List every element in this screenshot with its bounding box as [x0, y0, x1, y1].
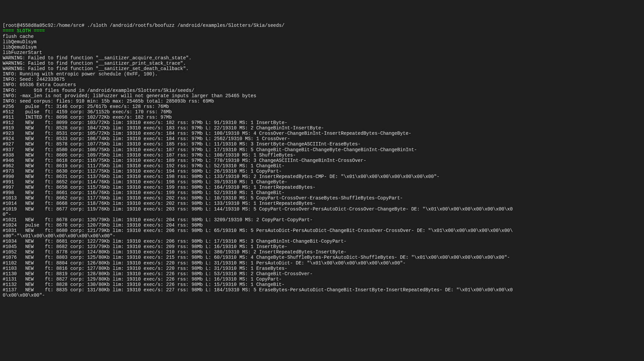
separator: :: [53, 23, 56, 28]
output-line: #1013 NEW ft: 8662 corp: 117/76Kb lim: 1…: [3, 195, 641, 201]
output-line: #1031 NEW ft: 8680 corp: 121/79Kb lim: 1…: [3, 228, 641, 233]
output-line: #924 NEW ft: 8533 corp: 106/74Kb lim: 19…: [3, 136, 641, 141]
output-line: #1137 NEW ft: 8835 corp: 131/80Kb lim: 1…: [3, 287, 641, 293]
output-line: INFO: Seed: 2442333675: [3, 77, 641, 82]
output-line: INFO: seed corpus: files: 910 min: 15b m…: [3, 99, 641, 104]
output-line: #998 NEW ft: 8661 corp: 116/76Kb lim: 19…: [3, 190, 641, 195]
output-line: #1130 NEW ft: 8819 corp: 128/80Kb lim: 1…: [3, 271, 641, 277]
output-line: INFO: 65536 Extra Counters: [3, 82, 641, 87]
output-line: #946 NEW ft: 8618 corp: 110/75Kb lim: 19…: [3, 158, 641, 163]
output-line: #1052 NEW ft: 8778 corp: 124/80Kb lim: 1…: [3, 249, 641, 255]
output-lines: flush cachelibQemuDlsymlibQemuDlsymlibFu…: [3, 34, 641, 298]
output-line: #911 INITED ft: 8098 corp: 102/72Kb exec…: [3, 115, 641, 120]
output-line: #990 NEW ft: 8631 corp: 113/76Kb lim: 19…: [3, 174, 641, 179]
output-line: 0\x00\x00\x00"-: [3, 293, 641, 298]
output-line: #938 NEW ft: 8605 corp: 109/75Kb lim: 19…: [3, 153, 641, 158]
output-line: #512 pulse ft: 4159 corp: 36/1152b exec/…: [3, 109, 641, 115]
output-line: #1102 NEW ft: 8804 corp: 126/80Kb lim: 1…: [3, 260, 641, 266]
output-line: INFO: Running with entropic power schedu…: [3, 71, 641, 77]
output-line: #1014 NEW ft: 8668 corp: 118/76Kb lim: 1…: [3, 201, 641, 206]
output-line: #1103 NEW ft: 8816 corp: 127/80Kb lim: 1…: [3, 266, 641, 271]
output-line: #973 NEW ft: 8630 corp: 112/75Kb lim: 19…: [3, 169, 641, 174]
output-line: #923 NEW ft: 8531 corp: 105/72Kb lim: 19…: [3, 131, 641, 136]
output-line: INFO: -max_len is not provided; libFuzze…: [3, 93, 641, 99]
output-line: flush cache: [3, 34, 641, 39]
output-line: #991 NEW ft: 8652 corp: 114/76Kb lim: 19…: [3, 179, 641, 185]
command: ./sloth /android/rootfs/boofuzz /android…: [85, 23, 285, 28]
output-line: #256 pulse ft: 3146 corp: 25/617b exec/s…: [3, 104, 641, 109]
output-line: libFuzzerStart: [3, 50, 641, 55]
output-line: WARNING: Failed to find function "__sani…: [3, 66, 641, 71]
output-line: #1132 NEW ft: 8828 corp: 130/80Kb lim: 1…: [3, 282, 641, 287]
output-line: #1045 NEW ft: 8682 corp: 123/79Kb lim: 1…: [3, 244, 641, 249]
output-line: INFO: 910 files found in /android/exampl…: [3, 88, 641, 93]
output-line: #1021 NEW ft: 8678 corp: 120/79Kb lim: 1…: [3, 217, 641, 223]
output-line: #1131 NEW ft: 8827 corp: 129/80Kb lim: 1…: [3, 277, 641, 282]
terminal-output[interactable]: [root@4558d8a05c92:/home/src# ./sloth /a…: [3, 23, 641, 298]
output-line: #1024 pulse ft: 8678 corp: 120/79Kb lim:…: [3, 223, 641, 228]
output-line: #937 NEW ft: 8580 corp: 108/75Kb lim: 19…: [3, 147, 641, 153]
output-line: libQemuDlsym: [3, 45, 641, 50]
path: /home/src: [56, 23, 82, 28]
output-line: WARNING: Failed to find function "__sani…: [3, 55, 641, 61]
output-line: libQemuDlsym: [3, 39, 641, 45]
output-line: #919 NEW ft: 8528 corp: 104/72Kb lim: 19…: [3, 125, 641, 131]
output-line: #927 NEW ft: 8578 corp: 107/75Kb lim: 19…: [3, 141, 641, 147]
sloth-banner: ==== SLOTH ====: [3, 28, 45, 34]
output-line: 0"-: [3, 212, 641, 217]
output-line: #1076 NEW ft: 8803 corp: 125/80Kb lim: 1…: [3, 255, 641, 260]
output-line: WARNING: Failed to find function "__sani…: [3, 61, 641, 66]
prompt-line: [root@4558d8a05c92:/home/src# ./sloth /a…: [3, 23, 284, 28]
hash: #: [82, 23, 84, 28]
output-line: x00"-"\x01\x00\x00\x00\x00\x00\x00\x00"-: [3, 233, 641, 239]
user-host: root@4558d8a05c92: [5, 23, 53, 28]
output-line: #1019 NEW ft: 8677 corp: 119/76Kb lim: 1…: [3, 206, 641, 212]
output-line: #1034 NEW ft: 8681 corp: 122/79Kb lim: 1…: [3, 239, 641, 244]
output-line: #997 NEW ft: 8658 corp: 115/76Kb lim: 19…: [3, 185, 641, 190]
output-line: #912 NEW ft: 8099 corp: 103/72Kb lim: 19…: [3, 120, 641, 125]
output-line: #962 NEW ft: 8619 corp: 111/75Kb lim: 19…: [3, 163, 641, 169]
